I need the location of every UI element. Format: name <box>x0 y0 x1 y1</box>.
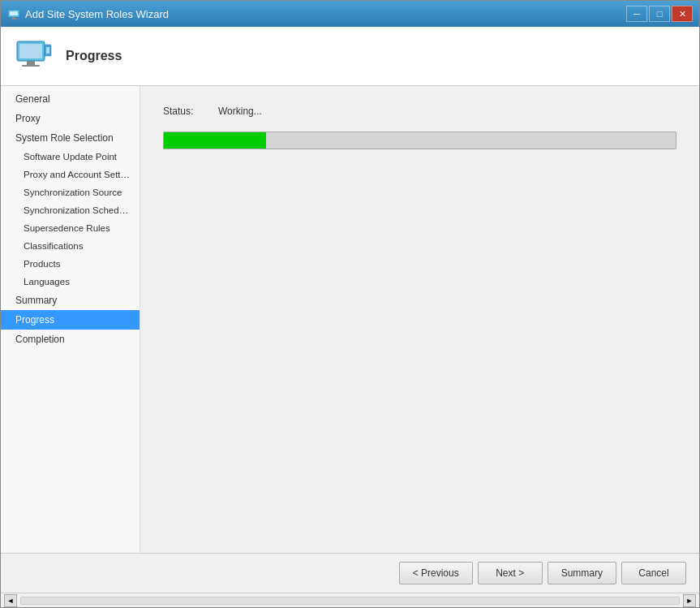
sidebar-item-sync-schedule[interactable]: Synchronization Schedul... <box>1 201 140 219</box>
svg-rect-6 <box>27 61 35 65</box>
sidebar-item-software-update-point[interactable]: Software Update Point <box>1 148 140 166</box>
svg-rect-1 <box>10 11 18 15</box>
scroll-left-arrow[interactable]: ◄ <box>4 594 17 607</box>
sidebar-item-summary[interactable]: Summary <box>1 291 140 310</box>
sidebar-item-classifications[interactable]: Classifications <box>1 237 140 255</box>
svg-rect-7 <box>22 65 40 67</box>
sidebar: General Proxy System Role Selection Soft… <box>1 86 140 553</box>
sidebar-item-sync-source[interactable]: Synchronization Source <box>1 183 140 201</box>
main-content: Status: Working... <box>140 86 699 553</box>
window-body: Progress General Proxy System Role Selec… <box>1 27 699 607</box>
svg-rect-5 <box>19 44 42 58</box>
app-icon <box>7 7 20 20</box>
page-title: Progress <box>66 49 122 63</box>
status-row: Status: Working... <box>163 106 676 117</box>
status-value: Working... <box>218 106 262 117</box>
svg-rect-9 <box>46 47 49 54</box>
sidebar-item-general[interactable]: General <box>1 89 140 109</box>
progress-bar-container <box>163 132 676 149</box>
footer: < Previous Next > Summary Cancel <box>1 553 699 593</box>
next-button[interactable]: Next > <box>478 562 543 584</box>
scrollbar-track[interactable] <box>20 597 680 605</box>
previous-button[interactable]: < Previous <box>399 562 473 584</box>
close-button[interactable]: ✕ <box>672 6 693 22</box>
sidebar-item-proxy-account[interactable]: Proxy and Account Settin... <box>1 166 140 183</box>
window-title: Add Site System Roles Wizard <box>25 8 169 20</box>
header-area: Progress <box>1 27 699 86</box>
content-area: General Proxy System Role Selection Soft… <box>1 86 699 553</box>
progress-bar-fill <box>164 132 266 149</box>
sidebar-item-proxy[interactable]: Proxy <box>1 109 140 128</box>
scroll-right-arrow[interactable]: ► <box>683 594 696 607</box>
title-bar: Add Site System Roles Wizard ─ □ ✕ <box>1 1 699 27</box>
wizard-window: Add Site System Roles Wizard ─ □ ✕ Progr… <box>0 0 700 608</box>
header-computer-icon <box>14 37 53 75</box>
sidebar-item-system-role-selection[interactable]: System Role Selection <box>1 128 140 148</box>
maximize-button[interactable]: □ <box>649 6 670 22</box>
svg-rect-2 <box>12 17 15 19</box>
sidebar-item-supersedence[interactable]: Supersedence Rules <box>1 219 140 237</box>
scrollbar-area: ◄ ► <box>1 593 699 607</box>
sidebar-item-completion[interactable]: Completion <box>1 330 140 349</box>
summary-button[interactable]: Summary <box>548 562 616 584</box>
sidebar-item-languages[interactable]: Languages <box>1 273 140 291</box>
sidebar-item-progress[interactable]: Progress <box>1 310 140 330</box>
svg-rect-3 <box>11 19 17 19</box>
status-label: Status: <box>163 106 212 117</box>
sidebar-item-products[interactable]: Products <box>1 255 140 273</box>
cancel-button[interactable]: Cancel <box>621 562 686 584</box>
title-bar-controls: ─ □ ✕ <box>626 6 693 22</box>
minimize-button[interactable]: ─ <box>626 6 647 22</box>
title-bar-left: Add Site System Roles Wizard <box>7 7 169 20</box>
